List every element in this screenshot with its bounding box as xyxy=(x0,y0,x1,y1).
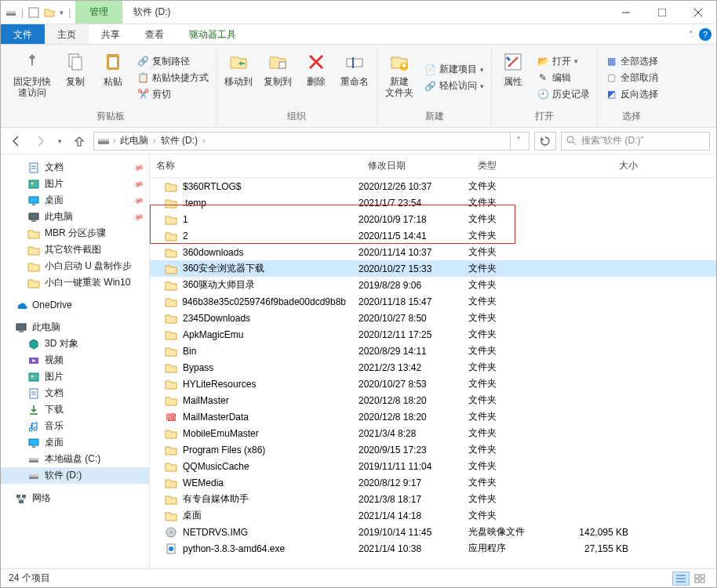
nav-item[interactable]: 网络 xyxy=(1,490,149,506)
paste-shortcut-button[interactable]: 📋粘贴快捷方式 xyxy=(134,71,211,85)
up-button[interactable] xyxy=(70,132,89,151)
edit-button[interactable]: ✎编辑 xyxy=(534,71,592,85)
file-row[interactable]: Program Files (x86)2020/9/15 17:23文件夹 xyxy=(150,441,716,458)
column-size[interactable]: 大小 xyxy=(566,154,644,177)
maximize-button[interactable] xyxy=(644,1,680,24)
file-row[interactable]: 946b38e35c0259746f9bade00dcd9b8b2020/11/… xyxy=(150,293,716,310)
qat-dropdown-icon[interactable]: ▾ xyxy=(60,9,64,16)
nav-item[interactable]: 此电脑 xyxy=(1,209,149,225)
address-dropdown[interactable]: ˅ xyxy=(510,132,526,150)
checkbox-icon[interactable] xyxy=(28,7,39,18)
paste-button[interactable]: 粘贴 xyxy=(96,48,129,89)
recent-dropdown[interactable]: ▾ xyxy=(54,132,65,151)
nav-item[interactable]: 本地磁盘 (C:) xyxy=(1,451,149,467)
nav-item[interactable]: 小白启动 U 盘制作步 xyxy=(1,258,149,274)
file-row[interactable]: MailMaster2020/12/8 18:20文件夹 xyxy=(150,392,716,408)
search-input[interactable]: 搜索"软件 (D:)" xyxy=(561,132,710,151)
tab-share[interactable]: 共享 xyxy=(89,24,133,44)
file-row[interactable]: 360驱动大师目录2019/8/28 9:06文件夹 xyxy=(150,277,716,293)
nav-item[interactable]: 下载 xyxy=(1,401,149,418)
history-button[interactable]: 🕘历史记录 xyxy=(534,87,592,102)
file-row[interactable]: WEMedia2020/8/12 9:17文件夹 xyxy=(150,474,716,491)
nav-item[interactable]: MBR 分区步骤 xyxy=(1,225,149,241)
chevron-icon[interactable]: › xyxy=(153,136,155,145)
back-button[interactable] xyxy=(7,132,26,151)
file-row[interactable]: 2345Downloads2020/10/27 8:50文件夹 xyxy=(150,310,716,326)
column-headers[interactable]: 名称 修改日期 类型 大小 xyxy=(150,154,716,178)
nav-item[interactable]: 图片 xyxy=(1,176,149,192)
file-row[interactable]: NETDRVS.IMG2019/10/14 11:45光盘映像文件142,095… xyxy=(150,524,716,540)
file-row[interactable]: 有专自媒体助手2021/3/8 18:17文件夹 xyxy=(150,491,716,507)
address-bar[interactable]: › 此电脑 › 软件 (D:) › ˅ xyxy=(93,132,530,151)
column-type[interactable]: 类型 xyxy=(471,154,566,177)
forward-button[interactable] xyxy=(31,132,49,151)
tab-view[interactable]: 查看 xyxy=(133,24,177,44)
nav-item[interactable]: 音乐 xyxy=(1,418,149,434)
file-row[interactable]: .temp2021/1/7 23:54文件夹 xyxy=(150,194,716,211)
nav-item[interactable]: 文档 xyxy=(1,385,149,401)
contextual-tab-manage[interactable]: 管理 xyxy=(75,1,122,24)
nav-item[interactable]: 此电脑 xyxy=(1,319,149,336)
copy-path-button[interactable]: 🔗复制路径 xyxy=(134,54,211,69)
file-row[interactable]: Bin2020/8/29 14:11文件夹 xyxy=(150,343,716,359)
svg-text:邮: 邮 xyxy=(166,411,176,422)
move-to-button[interactable]: 移动到 xyxy=(221,48,256,89)
file-row[interactable]: 22020/11/5 14:41文件夹 xyxy=(150,227,716,244)
minimize-button[interactable] xyxy=(608,1,644,24)
rename-button[interactable]: 重命名 xyxy=(337,48,372,89)
ribbon-collapse-icon[interactable]: ˄ xyxy=(689,30,693,38)
thumbnails-view-button[interactable] xyxy=(691,572,708,586)
select-all-button[interactable]: ▦全部选择 xyxy=(602,54,661,69)
chevron-icon[interactable]: › xyxy=(202,136,205,145)
open-button[interactable]: 📂打开 ▾ xyxy=(534,54,592,69)
pin-to-quick-access-button[interactable]: 固定到快 速访问 xyxy=(10,48,54,100)
invert-selection-button[interactable]: ◩反向选择 xyxy=(602,87,661,102)
select-none-button[interactable]: ▢全部取消 xyxy=(602,71,661,85)
help-icon[interactable]: ? xyxy=(699,28,712,41)
nav-item[interactable]: 小白一键重装 Win10 xyxy=(1,274,149,291)
nav-item[interactable]: 视频 xyxy=(1,352,149,368)
breadcrumb-drive[interactable]: 软件 (D:) xyxy=(159,134,199,147)
file-row[interactable]: QQMusicCache2019/11/11 11:04文件夹 xyxy=(150,458,716,474)
file-row[interactable]: 360安全浏览器下载2020/10/27 15:33文件夹 xyxy=(150,260,716,277)
navigation-pane[interactable]: 文档图片桌面此电脑MBR 分区步骤其它软件截图小白启动 U 盘制作步小白一键重装… xyxy=(1,154,150,568)
file-row[interactable]: 12020/10/9 17:18文件夹 xyxy=(150,211,716,227)
nav-item[interactable]: OneDrive xyxy=(1,297,149,313)
file-row[interactable]: 桌面2021/1/4 14:18文件夹 xyxy=(150,507,716,524)
file-row[interactable]: 邮MailMasterData2020/12/8 18:20文件夹 xyxy=(150,408,716,425)
tab-file[interactable]: 文件 xyxy=(1,24,45,44)
close-button[interactable] xyxy=(680,1,716,24)
cut-button[interactable]: ✂️剪切 xyxy=(134,87,211,102)
easy-access-button[interactable]: 🔗轻松访问 ▾ xyxy=(421,78,486,93)
tab-drive-tools[interactable]: 驱动器工具 xyxy=(177,24,249,44)
new-folder-button[interactable]: ✦新建 文件夹 xyxy=(382,48,417,100)
nav-item[interactable]: 其它软件截图 xyxy=(1,241,149,258)
copy-to-button[interactable]: 复制到 xyxy=(260,48,295,89)
tab-home[interactable]: 主页 xyxy=(45,24,89,44)
refresh-button[interactable] xyxy=(534,132,556,151)
file-row[interactable]: Bypass2021/2/3 13:42文件夹 xyxy=(150,359,716,376)
svg-point-27 xyxy=(31,182,34,184)
chevron-icon[interactable]: › xyxy=(113,136,115,145)
file-row[interactable]: $360RTLOG$2020/12/26 10:37文件夹 xyxy=(150,178,716,194)
delete-button[interactable]: 删除 xyxy=(300,48,333,89)
file-row[interactable]: HYLiteResources2020/10/27 8:53文件夹 xyxy=(150,376,716,392)
nav-item[interactable]: 3D 对象 xyxy=(1,336,149,352)
breadcrumb-thispc[interactable]: 此电脑 xyxy=(118,134,150,147)
nav-item[interactable]: 图片 xyxy=(1,368,149,385)
file-row[interactable]: python-3.8.3-amd64.exe2021/1/4 10:38应用程序… xyxy=(150,540,716,557)
file-list[interactable]: $360RTLOG$2020/12/26 10:37文件夹.temp2021/1… xyxy=(150,178,716,568)
nav-item[interactable]: 桌面 xyxy=(1,434,149,451)
new-item-button[interactable]: 📄新建项目 ▾ xyxy=(421,62,486,77)
column-name[interactable]: 名称 xyxy=(150,154,362,177)
nav-item[interactable]: 文档 xyxy=(1,159,149,176)
nav-item[interactable]: 软件 (D:) xyxy=(1,467,149,484)
file-row[interactable]: 360downloads2020/11/14 10:37文件夹 xyxy=(150,244,716,260)
copy-button[interactable]: 复制 xyxy=(59,48,92,89)
nav-item[interactable]: 桌面 xyxy=(1,192,149,209)
file-row[interactable]: MobileEmuMaster2021/3/4 8:28文件夹 xyxy=(150,425,716,441)
column-date[interactable]: 修改日期 xyxy=(362,154,471,177)
file-row[interactable]: ApkMagicEmu2020/12/11 17:25文件夹 xyxy=(150,326,716,343)
details-view-button[interactable] xyxy=(672,572,690,586)
properties-button[interactable]: 属性 xyxy=(497,48,530,89)
